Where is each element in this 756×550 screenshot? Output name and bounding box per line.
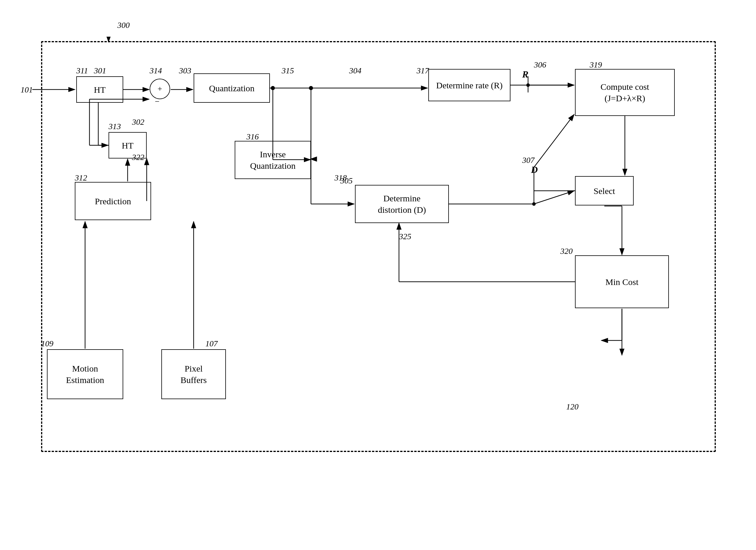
ref-120: 120 [566,402,579,412]
ref-304: 304 [349,66,361,75]
D-label: D [531,164,538,175]
summing-junction: + [150,79,170,99]
R-label: R [522,69,528,80]
determine-rate-block: Determine rate (R) [428,69,510,101]
ref-107: 107 [205,339,218,348]
ref-300: 300 [117,21,130,30]
ref-319: 319 [590,60,602,70]
compute-cost-label: Compute cost [601,81,649,92]
pixel-buffers-block: Pixel Buffers [161,349,226,399]
select-block: Select [575,176,634,205]
ref-311: 311 [76,66,88,75]
ref-303: 303 [179,66,191,75]
ref-316: 316 [246,132,259,141]
pixel-buf-label2: Buffers [180,374,207,386]
det-dist-label1: Determine [378,192,426,204]
ref-306: 306 [534,60,546,70]
motion-est-label1: Motion [66,363,104,374]
ref-312: 312 [75,173,87,182]
inv-quant-label2: Quantization [250,160,296,171]
ref-101: 101 [21,85,33,94]
ref-320: 320 [560,246,573,256]
ref-314: 314 [150,66,162,75]
ref-313: 313 [109,122,121,131]
plus-sign: + [158,84,162,94]
ref-305: 305 [340,176,353,185]
min-cost-block: Min Cost [575,255,669,308]
determine-distortion-block: Determine distortion (D) [355,185,449,223]
compute-cost-formula: (J=D+λ×R) [601,92,649,104]
motion-est-label2: Estimation [66,374,104,386]
minus-sign: − [155,97,160,106]
ref-301: 301 [94,66,106,75]
inverse-quantization-block: Inverse Quantization [235,141,311,179]
ht1-block: HT [76,76,123,103]
ref-109: 109 [41,339,53,348]
diagram-container: 300 101 HT 311 301 + − 314 302 303 Quant… [18,18,736,531]
motion-estimation-block: Motion Estimation [47,349,123,399]
ref-317: 317 [417,66,429,75]
ref-322: 322 [132,153,144,162]
prediction-block: Prediction [75,182,151,220]
det-dist-label2: distortion (D) [378,204,426,215]
quantization-block: Quantization [194,73,270,103]
ref-302: 302 [132,117,144,127]
compute-cost-block: Compute cost (J=D+λ×R) [575,69,675,116]
pixel-buf-label1: Pixel [180,363,207,374]
ref-325: 325 [399,232,411,241]
ref-307: 307 [522,155,535,165]
inv-quant-label1: Inverse [250,148,296,160]
ref-315: 315 [282,66,294,75]
